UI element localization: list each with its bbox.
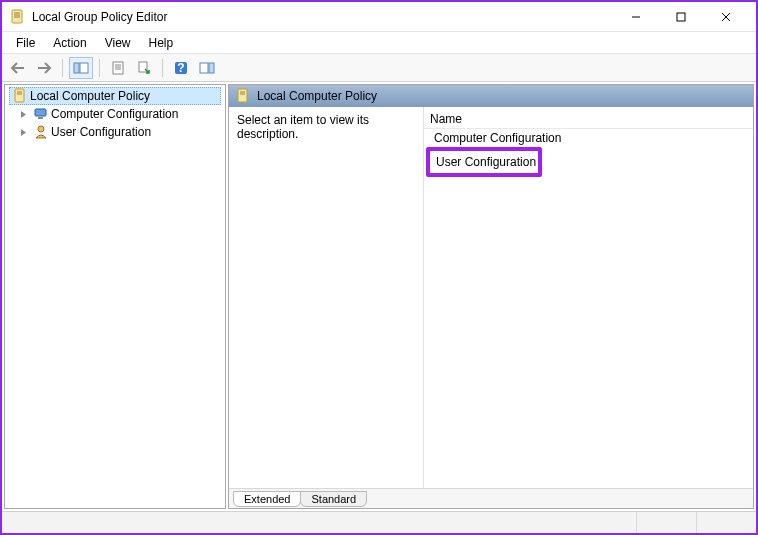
document-icon	[12, 88, 28, 104]
maximize-button[interactable]	[658, 3, 703, 31]
list-item-user-configuration[interactable]: User Configuration	[432, 153, 536, 171]
window-title: Local Group Policy Editor	[32, 10, 167, 24]
menu-file[interactable]: File	[8, 34, 43, 52]
svg-text:?: ?	[177, 61, 184, 75]
svg-rect-8	[74, 63, 79, 73]
description-prompt: Select an item to view its description.	[237, 113, 369, 141]
details-body: Select an item to view its description. …	[229, 107, 753, 488]
list-item-label: User Configuration	[436, 155, 536, 169]
expand-icon[interactable]	[19, 110, 31, 119]
list-header[interactable]: Name	[424, 109, 753, 129]
svg-rect-23	[38, 117, 43, 119]
svg-rect-22	[35, 109, 46, 116]
svg-point-24	[38, 126, 44, 132]
svg-rect-17	[200, 63, 208, 73]
svg-rect-19	[15, 89, 24, 102]
user-icon	[33, 124, 49, 140]
status-bar	[2, 511, 756, 533]
computer-icon	[33, 106, 49, 122]
back-button[interactable]	[6, 57, 30, 79]
menu-action[interactable]: Action	[45, 34, 94, 52]
help-button[interactable]: ?	[169, 57, 193, 79]
toolbar-separator	[62, 59, 63, 77]
details-header-title: Local Computer Policy	[257, 89, 377, 103]
svg-rect-5	[677, 13, 685, 21]
export-list-button[interactable]	[132, 57, 156, 79]
svg-rect-18	[209, 63, 214, 73]
status-segment	[636, 512, 696, 533]
status-text	[2, 512, 636, 533]
show-hide-action-pane-button[interactable]	[195, 57, 219, 79]
tab-extended[interactable]: Extended	[233, 491, 301, 507]
tree-node-label: Computer Configuration	[51, 107, 178, 121]
details-pane: Local Computer Policy Select an item to …	[228, 84, 754, 509]
tree-node-computer-configuration[interactable]: Computer Configuration	[5, 105, 225, 123]
tree-node-label: User Configuration	[51, 125, 151, 139]
expand-icon[interactable]	[19, 128, 31, 137]
close-button[interactable]	[703, 3, 748, 31]
svg-rect-9	[80, 63, 88, 73]
document-icon	[235, 88, 251, 104]
app-icon	[10, 9, 26, 25]
forward-button[interactable]	[32, 57, 56, 79]
title-bar: Local Group Policy Editor	[2, 2, 756, 32]
menu-help[interactable]: Help	[141, 34, 182, 52]
details-header: Local Computer Policy	[229, 85, 753, 107]
annotation-highlight: User Configuration	[426, 147, 542, 177]
minimize-button[interactable]	[613, 3, 658, 31]
tree-node-user-configuration[interactable]: User Configuration	[5, 123, 225, 141]
menu-view[interactable]: View	[97, 34, 139, 52]
list-item-label: Computer Configuration	[434, 131, 561, 145]
description-column: Select an item to view its description.	[229, 107, 424, 488]
app-window: Local Group Policy Editor File Action Vi…	[0, 0, 758, 535]
list-column: Name Computer Configuration	[424, 107, 753, 488]
show-hide-console-tree-button[interactable]	[69, 57, 93, 79]
svg-rect-25	[238, 89, 247, 102]
tree-node-root[interactable]: Local Computer Policy	[9, 87, 221, 105]
tree-node-label: Local Computer Policy	[30, 89, 150, 103]
toolbar-separator	[99, 59, 100, 77]
window-controls	[613, 3, 748, 31]
column-header-name[interactable]: Name	[430, 112, 630, 126]
status-segment	[696, 512, 756, 533]
menu-bar: File Action View Help	[2, 32, 756, 54]
properties-button[interactable]	[106, 57, 130, 79]
toolbar-separator	[162, 59, 163, 77]
list-item-computer-configuration[interactable]: Computer Configuration	[424, 129, 753, 147]
svg-rect-10	[113, 62, 123, 74]
details-tabs: Extended Standard	[229, 488, 753, 508]
tab-standard[interactable]: Standard	[300, 491, 367, 507]
content-area: Local Computer Policy Computer Configura…	[2, 82, 756, 511]
toolbar: ?	[2, 54, 756, 82]
console-tree[interactable]: Local Computer Policy Computer Configura…	[4, 84, 226, 509]
